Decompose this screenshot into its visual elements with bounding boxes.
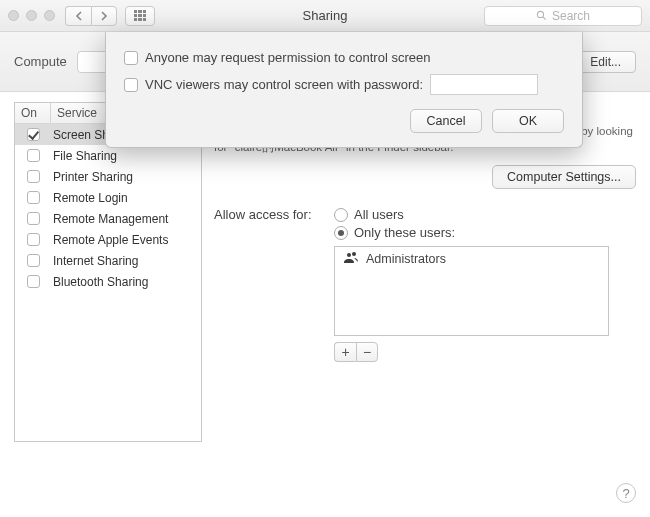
services-list: On Service Screen SharingFile SharingPri… xyxy=(14,102,202,442)
service-checkbox[interactable] xyxy=(15,254,51,267)
search-input[interactable]: Search xyxy=(484,6,642,26)
svg-line-1 xyxy=(543,17,546,20)
service-label: Internet Sharing xyxy=(51,254,201,268)
add-user-button[interactable]: + xyxy=(334,342,356,362)
checkbox-icon xyxy=(27,128,40,141)
svg-point-0 xyxy=(537,11,543,17)
help-button[interactable]: ? xyxy=(616,483,636,503)
service-row[interactable]: Remote Apple Events xyxy=(15,229,201,250)
show-all-button[interactable] xyxy=(125,6,155,26)
service-row[interactable]: File Sharing xyxy=(15,145,201,166)
checkbox-icon xyxy=(124,78,138,92)
checkbox-icon xyxy=(27,254,40,267)
access-option-only[interactable]: Only these users: xyxy=(334,225,636,240)
access-section: Allow access for: All users Only these u… xyxy=(214,207,636,362)
checkbox-icon xyxy=(27,233,40,246)
checkbox-icon xyxy=(27,212,40,225)
service-label: Bluetooth Sharing xyxy=(51,275,201,289)
checkbox-label: Anyone may request permission to control… xyxy=(145,50,430,65)
service-checkbox[interactable] xyxy=(15,212,51,225)
ok-button[interactable]: OK xyxy=(492,109,564,133)
users-add-remove: + − xyxy=(334,342,636,362)
window-traffic-lights xyxy=(8,10,55,21)
service-checkbox[interactable] xyxy=(15,275,51,288)
checkbox-icon xyxy=(27,170,40,183)
user-row[interactable]: Administrators xyxy=(335,247,608,270)
radio-label: Only these users: xyxy=(354,225,455,240)
checkbox-label: VNC viewers may control screen with pass… xyxy=(145,77,423,92)
cancel-button[interactable]: Cancel xyxy=(410,109,482,133)
people-icon xyxy=(343,251,359,266)
access-label: Allow access for: xyxy=(214,207,334,240)
grid-icon xyxy=(134,10,146,22)
detail-pane: Screen Sharing: On Other users can acces… xyxy=(214,102,636,442)
user-label: Administrators xyxy=(366,252,446,266)
service-label: Printer Sharing xyxy=(51,170,201,184)
back-button[interactable] xyxy=(65,6,91,26)
service-row[interactable]: Bluetooth Sharing xyxy=(15,271,201,292)
radio-label: All users xyxy=(354,207,404,222)
forward-button[interactable] xyxy=(91,6,117,26)
nav-back-forward xyxy=(65,6,117,26)
edit-button[interactable]: Edit... xyxy=(575,51,636,73)
checkbox-icon xyxy=(27,191,40,204)
zoom-icon[interactable] xyxy=(44,10,55,21)
service-label: Remote Apple Events xyxy=(51,233,201,247)
service-checkbox[interactable] xyxy=(15,149,51,162)
computer-name-label: Compute xyxy=(14,54,67,69)
remove-user-button[interactable]: − xyxy=(356,342,378,362)
titlebar: Sharing Search xyxy=(0,0,650,32)
option-anyone-request[interactable]: Anyone may request permission to control… xyxy=(124,50,564,65)
search-icon xyxy=(536,10,547,21)
service-row[interactable]: Remote Login xyxy=(15,187,201,208)
service-label: File Sharing xyxy=(51,149,201,163)
computer-settings-sheet: Anyone may request permission to control… xyxy=(105,32,583,148)
users-list[interactable]: Administrators xyxy=(334,246,609,336)
service-checkbox[interactable] xyxy=(15,233,51,246)
vnc-password-field[interactable] xyxy=(430,74,538,95)
service-checkbox[interactable] xyxy=(15,128,51,141)
minimize-icon[interactable] xyxy=(26,10,37,21)
computer-settings-button[interactable]: Computer Settings... xyxy=(492,165,636,189)
checkbox-icon xyxy=(124,51,138,65)
service-label: Remote Login xyxy=(51,191,201,205)
service-row[interactable]: Printer Sharing xyxy=(15,166,201,187)
checkbox-icon xyxy=(27,149,40,162)
service-row[interactable]: Remote Management xyxy=(15,208,201,229)
radio-icon xyxy=(334,208,348,222)
services-header-on[interactable]: On xyxy=(15,103,51,123)
checkbox-icon xyxy=(27,275,40,288)
close-icon[interactable] xyxy=(8,10,19,21)
service-checkbox[interactable] xyxy=(15,191,51,204)
radio-icon xyxy=(334,226,348,240)
service-row[interactable]: Internet Sharing xyxy=(15,250,201,271)
service-checkbox[interactable] xyxy=(15,170,51,183)
option-vnc-password[interactable]: VNC viewers may control screen with pass… xyxy=(124,74,564,95)
service-label: Remote Management xyxy=(51,212,201,226)
search-placeholder: Search xyxy=(552,9,590,23)
access-option-all[interactable]: All users xyxy=(334,207,636,222)
